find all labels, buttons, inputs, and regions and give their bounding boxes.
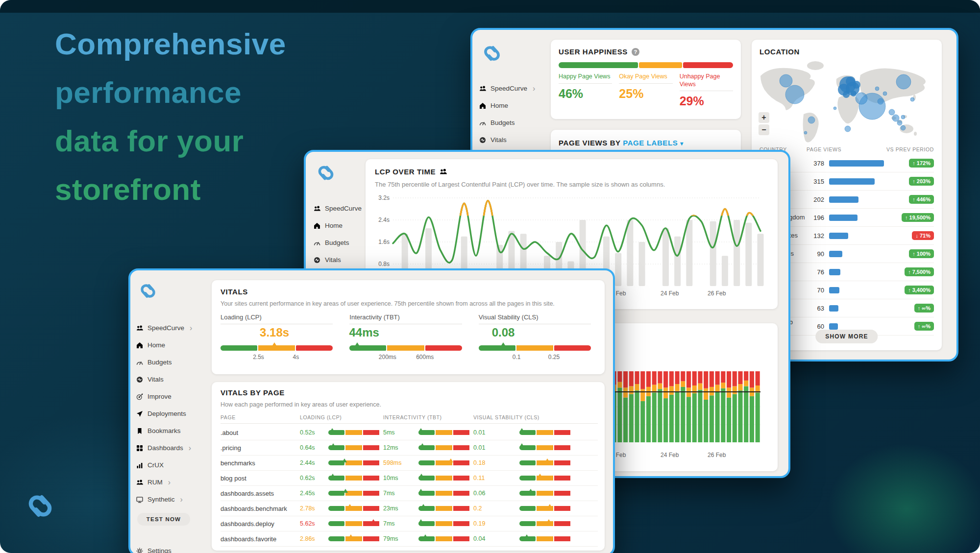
test-now-button[interactable]: TEST NOW <box>137 513 190 526</box>
minibar-marker <box>524 532 529 538</box>
traffic-bubble <box>851 91 857 96</box>
minibar-marker <box>546 517 551 523</box>
sidebar-item-budgets[interactable]: Budgets <box>479 114 551 131</box>
card-subtitle: Your sites current performance in key ar… <box>220 300 555 307</box>
gear-icon <box>136 548 143 553</box>
vitals-page-row: dashboards.benchmark2.78s23ms0.2 <box>220 501 598 516</box>
minibar-segment <box>554 476 570 481</box>
sidebar-item-synthetic[interactable]: Synthetic› <box>136 491 209 508</box>
traffic-bubble <box>878 98 883 104</box>
sidebar-item-rum[interactable]: RUM› <box>136 474 209 491</box>
sidebar-item-label: Home <box>490 102 508 109</box>
traffic-bubble <box>853 81 860 89</box>
svg-text:2.4s: 2.4s <box>378 216 390 223</box>
minibar-segment <box>554 460 570 465</box>
cls-value: 0.18 <box>473 459 519 466</box>
gauge-zone: 0.080.10.25 <box>479 324 591 363</box>
minibar-segment <box>363 491 379 496</box>
page-views-bar-wrap <box>829 269 905 275</box>
users-icon <box>136 325 143 332</box>
minibar-segment <box>519 506 536 511</box>
card-title: USER HAPPINESS <box>559 48 628 56</box>
sidebar-item-label: Home <box>147 341 165 349</box>
sidebar-item-vitals[interactable]: Vitals <box>479 131 551 148</box>
minibar-segment <box>453 521 469 526</box>
minibar-segment <box>453 430 469 435</box>
sidebar-item-improve[interactable]: Improve <box>136 388 209 405</box>
traffic-bubble <box>883 92 887 96</box>
minibar-segment <box>453 476 469 481</box>
page-name: benchmarks <box>220 459 300 467</box>
vitals-dashboard-panel: SpeedCurve›HomeBudgetsVitalsImproveDeplo… <box>128 268 615 553</box>
page-views-value: 196 <box>813 214 829 221</box>
sidebar-item-speedcurve[interactable]: SpeedCurve› <box>136 319 209 337</box>
vital-minibar <box>519 491 570 496</box>
world-map <box>757 59 936 143</box>
minibar-marker <box>547 502 552 508</box>
page-name: .pricing <box>220 444 300 452</box>
vitals-page-row: dashboards.favorite2.86s79ms0.04 <box>220 531 598 547</box>
cls-value: 0.06 <box>473 490 519 497</box>
sidebar-item-label: Budgets <box>147 359 172 366</box>
change-badge: ↓ 71% <box>912 231 934 240</box>
card-title: VITALS <box>220 288 248 296</box>
column-header-vs-prev-period: VS PREV PERIOD <box>886 146 934 152</box>
minibar-marker <box>330 426 335 432</box>
vital-minibar <box>328 430 379 435</box>
sidebar-item-speedcurve[interactable]: SpeedCurve› <box>479 80 551 97</box>
minibar-segment <box>363 476 379 481</box>
happiness-stat: Okay Page Views25% <box>619 73 672 108</box>
page-labels-dropdown[interactable]: PAGE LABELS ▾ <box>623 139 684 147</box>
sidebar-item-label: SpeedCurve <box>325 205 362 212</box>
vitals-by-page-header: PAGE LOADING (LCP) INTERACTIVITY (TBT) V… <box>220 414 598 424</box>
minibar-marker <box>421 502 426 508</box>
happiness-stat-value: 46% <box>559 87 612 101</box>
page-views-bar <box>829 287 839 293</box>
help-icon[interactable]: ? <box>632 48 639 56</box>
tbt-value: 598ms <box>383 459 418 466</box>
gauge-tick-label: 200ms <box>379 354 396 361</box>
happiness-stat-value: 25% <box>619 87 672 101</box>
page-views-bar <box>829 233 848 239</box>
svg-text:24 Feb: 24 Feb <box>661 290 679 297</box>
page-views-bar-wrap <box>829 323 914 330</box>
sidebar-item-bookmarks[interactable]: Bookmarks <box>136 422 209 439</box>
gauge-label: Interactivity (TBT) <box>349 313 462 324</box>
change-badge: ↑ 172% <box>909 159 934 168</box>
minibar-marker <box>519 441 524 447</box>
minibar-segment <box>363 430 379 435</box>
speedcurve-logo-icon <box>479 41 505 68</box>
sidebar-item-budgets[interactable]: Budgets <box>136 354 209 371</box>
vitals-page-row: .about0.52s5ms0.01 <box>220 425 598 440</box>
heading-line-3: data for your <box>55 117 286 165</box>
sidebar-item-dashboards[interactable]: Dashboards› <box>136 439 209 457</box>
minibar-segment <box>453 445 469 450</box>
sidebar-item-deployments[interactable]: Deployments <box>136 405 209 422</box>
minibar-segment <box>328 536 344 541</box>
sidebar-item-settings[interactable]: Settings <box>136 542 209 553</box>
sidebar-item-crux[interactable]: CrUX <box>136 457 209 474</box>
vitals-page-row: .pricing0.64s12ms0.01 <box>220 440 598 456</box>
minibar-marker <box>418 426 423 432</box>
map-zoom-controls: + − <box>759 112 769 135</box>
zoom-in-button[interactable]: + <box>759 112 769 123</box>
vitals-by-page-table: .about0.52s5ms0.01.pricing0.64s12ms0.01b… <box>220 425 598 547</box>
home-icon <box>314 222 320 229</box>
minibar-segment <box>554 430 570 435</box>
sidebar-item-home[interactable]: Home <box>479 97 551 114</box>
cls-value: 0.11 <box>473 475 519 481</box>
gauge-tick-label: 2.5s <box>253 354 264 361</box>
sidebar-item-vitals[interactable]: Vitals <box>136 371 209 388</box>
zoom-out-button[interactable]: − <box>759 124 769 135</box>
minibar-marker <box>545 456 550 462</box>
traffic-bubble <box>808 117 815 123</box>
heading-line-4: storefront <box>55 165 286 214</box>
page-name: dashboards.benchmark <box>220 505 300 512</box>
page-name: dashboards.deploy <box>220 520 300 528</box>
sidebar-item-home[interactable]: Home <box>136 337 209 354</box>
show-more-button[interactable]: SHOW MORE <box>815 330 878 343</box>
traffic-bubble <box>875 87 879 91</box>
minibar-segment <box>436 536 452 541</box>
lcp-value: 0.64s <box>300 444 328 451</box>
gauge-bar-segment <box>479 345 515 351</box>
